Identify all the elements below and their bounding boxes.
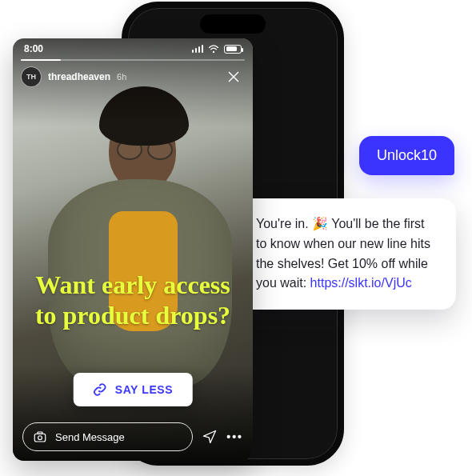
story-headline: Want early access to product drops? [13,270,253,331]
svg-rect-5 [38,432,42,434]
story-reply-bar: Send Message ••• [22,422,243,451]
more-options-button[interactable]: ••• [226,428,243,446]
close-icon [226,70,241,84]
status-time: 8:00 [24,43,43,54]
cellular-signal-icon [192,45,204,53]
link-icon [93,382,107,397]
paper-plane-icon [202,429,218,445]
story-age: 6h [117,72,126,82]
close-story-button[interactable] [222,66,245,88]
incoming-message-bubble: You're in. 🎉 You'll be the first to know… [238,198,456,310]
avatar-initials: TH [26,73,36,81]
story-author-avatar[interactable]: TH [21,66,42,87]
share-button[interactable] [201,428,218,446]
status-icons [192,45,242,54]
svg-rect-3 [34,434,46,442]
instagram-story-card: 8:00 TH threadheaven 6h Want early acces… [13,38,253,461]
incoming-message-link[interactable]: https://slkt.io/VjUc [310,276,412,290]
story-cta-button[interactable]: SAY LESS [74,373,193,406]
camera-icon [33,430,47,444]
send-message-input[interactable]: Send Message [22,422,193,451]
story-progress-bar[interactable] [21,59,245,61]
outgoing-message-text: Unlock10 [377,147,437,163]
battery-icon [224,45,242,54]
wifi-icon [208,45,219,54]
svg-point-4 [38,436,42,440]
cta-label: SAY LESS [115,383,174,396]
outgoing-message-bubble: Unlock10 [359,136,454,175]
svg-point-0 [213,50,214,52]
ellipsis-icon: ••• [226,430,243,443]
story-author-handle[interactable]: threadheaven [48,71,110,82]
reply-placeholder: Send Message [55,431,125,443]
phone-status-bar: 8:00 [13,43,253,54]
story-header: TH threadheaven 6h [21,66,245,88]
